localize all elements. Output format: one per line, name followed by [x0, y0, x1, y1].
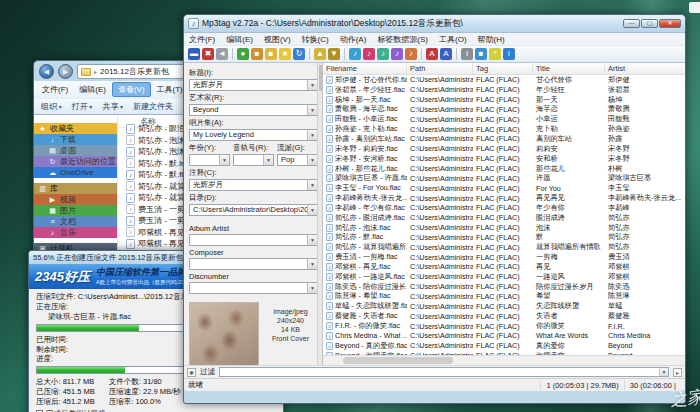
chevron-down-icon[interactable]: ▼ — [307, 259, 317, 269]
tag-field-combo[interactable]: 光辉岁月▼ — [189, 179, 318, 191]
toolbar-icon[interactable]: ♪ — [349, 48, 361, 60]
toolbar-icon[interactable]: ■ — [265, 48, 277, 60]
tag-field-combo[interactable]: ▼ — [189, 282, 318, 294]
menu-item[interactable]: 文件(F) — [184, 33, 220, 46]
command-bar-button[interactable]: 打开 — [72, 101, 93, 112]
chevron-down-icon[interactable]: ▼ — [659, 368, 668, 376]
tag-field-combo[interactable]: 光辉岁月▼ — [189, 79, 318, 91]
maximize-button[interactable]: ▢ — [641, 19, 658, 28]
scrollbar-thumb[interactable] — [343, 357, 453, 364]
menu-item[interactable]: 动作(A) — [335, 33, 372, 46]
table-row[interactable]: ♪简弘亦 - 眼泪成诗.flac C:\Users\Administrat...… — [323, 213, 685, 223]
toolbar-icon[interactable] — [309, 48, 310, 60]
sidebar-item[interactable]: ★ 收藏夹 — [34, 123, 117, 134]
toolbar-icon[interactable]: A — [426, 48, 438, 60]
toolbar-icon[interactable]: ↻ — [293, 48, 305, 60]
sidebar-item[interactable]: ♪ 音乐 — [34, 227, 117, 238]
table-row[interactable]: ♪孙燕姿 - 克卜勒.flac C:\Users\Administrat... … — [323, 124, 685, 134]
toolbar-icon[interactable]: * — [489, 48, 501, 60]
toolbar-icon[interactable]: ▬ — [188, 48, 200, 60]
toolbar-icon[interactable]: ♪ — [405, 48, 417, 60]
chevron-down-icon[interactable]: ▼ — [307, 80, 317, 90]
command-bar-button[interactable]: 组织 — [41, 101, 62, 112]
toolbar-icon[interactable] — [456, 48, 457, 60]
mp3tag-window[interactable]: ♪ Mp3tag v2.72a - C:\Users\Administrator… — [183, 14, 686, 404]
chevron-down-icon[interactable]: ▼ — [307, 180, 317, 190]
menu-item[interactable]: 视图(V) — [259, 33, 296, 46]
toolbar-icon[interactable]: i — [503, 48, 515, 60]
toolbar-icon[interactable]: ▲ — [314, 48, 326, 60]
column-header-title[interactable]: Title — [533, 63, 605, 74]
column-header-filename[interactable]: Filename — [323, 63, 407, 74]
chevron-down-icon[interactable]: ▼ — [307, 130, 317, 140]
menu-item[interactable]: 转换(C) — [297, 33, 334, 46]
toolbar-icon[interactable] — [344, 48, 345, 60]
table-row[interactable]: ♪郑伊健 - 甘心替代你.flac C:\Users\Administrat..… — [323, 75, 685, 85]
toolbar-icon[interactable]: ★ — [279, 48, 291, 60]
chevron-down-icon[interactable]: ▼ — [307, 283, 317, 293]
menu-item[interactable]: 文件(F) — [37, 83, 73, 96]
table-row[interactable]: ♪李易峰蒋劲夫-张云龙....flac C:\Users\Administrat… — [323, 193, 685, 203]
toolbar-icon[interactable] — [421, 48, 422, 60]
command-bar-button[interactable]: 新建文件夹 — [133, 101, 173, 112]
table-row[interactable]: ♪梁咏琪古巨基 - 许愿.flac C:\Users\Administrat..… — [323, 173, 685, 183]
sidebar-item[interactable]: ▥ 库 — [34, 183, 117, 194]
menu-item[interactable]: 编辑(E) — [74, 83, 111, 96]
sidebar-item[interactable]: ↓ 下载 — [34, 134, 117, 145]
sidebar-item[interactable]: ▤ 桌面 — [34, 145, 117, 156]
back-button[interactable]: ◀ — [39, 64, 54, 79]
table-row[interactable]: ♪邓紫棋 - 一路逆风.flac C:\Users\Administrat...… — [323, 272, 685, 282]
year-combo[interactable]: ▼ — [189, 154, 230, 166]
menu-item[interactable]: 工具(O) — [434, 33, 472, 46]
menu-item[interactable]: 标签数据源(S) — [372, 33, 433, 46]
table-row[interactable]: ♪李玉玺 - For You.flac C:\Users\Administrat… — [323, 183, 685, 193]
chevron-down-icon[interactable]: ▼ — [307, 235, 317, 245]
tag-field-combo[interactable]: ▼ — [189, 258, 318, 270]
sidebar-item[interactable]: ▦ 图片 — [34, 205, 117, 216]
table-row[interactable]: ♪草蜢 - 失恋阵线联盟.flac C:\Users\Administrat..… — [323, 301, 685, 311]
table-row[interactable]: ♪蔡健雅 - 失语者.flac C:\Users\Administrat... … — [323, 311, 685, 321]
table-row[interactable]: ♪简弘亦 - 泡沫.flac C:\Users\Administrat... F… — [323, 223, 685, 233]
table-row[interactable]: ♪李易峰 - 年少有你.flac C:\Users\Administrat...… — [323, 203, 685, 213]
table-row[interactable]: ♪张碧晨 - 年少轻狂.flac C:\Users\Administrat...… — [323, 85, 685, 95]
table-row[interactable]: ♪宋冬野 - 莉莉安.flac C:\Users\Administrat... … — [323, 144, 685, 154]
chevron-down-icon[interactable]: ▼ — [263, 155, 273, 165]
toolbar-icon[interactable]: ■ — [251, 48, 263, 60]
panel-scrollbar[interactable] — [317, 63, 322, 365]
close-button[interactable]: ✕ — [659, 19, 681, 28]
toolbar-icon[interactable]: ♪ — [391, 48, 403, 60]
table-row[interactable]: ♪陈奕迅 - 陪你度过漫长... C:\Users\Administrat...… — [323, 282, 685, 292]
minimize-button[interactable]: — — [623, 19, 640, 28]
album-cover-photo[interactable] — [189, 302, 259, 365]
toolbar-icon[interactable]: A — [440, 48, 452, 60]
genre-combo[interactable]: Pop▼ — [277, 154, 318, 166]
table-row[interactable]: ♪F.I.R. - 你的微笑.flac C:\Users\Administrat… — [323, 321, 685, 331]
table-row[interactable]: ♪Beyond - 真的爱你.flac C:\Users\Administrat… — [323, 341, 685, 351]
menu-item[interactable]: 查看(V) — [112, 82, 151, 97]
table-row[interactable]: ♪朴树 - 那些花儿.flac C:\Users\Administrat... … — [323, 164, 685, 174]
sidebar-item[interactable]: ≡ 文档 — [34, 216, 117, 227]
toolbar-icon[interactable]: I — [461, 48, 473, 60]
filter-toggle-icon[interactable]: ✱ — [187, 368, 196, 377]
tag-field-combo[interactable]: My Lovely Legend▼ — [189, 129, 318, 141]
toolbar-icon[interactable]: ✖ — [202, 48, 214, 60]
menu-item[interactable]: 帮助(H) — [473, 33, 510, 46]
sidebar-item[interactable]: ▶ 视频 — [34, 194, 117, 205]
column-header-path[interactable]: Path — [407, 63, 473, 74]
chevron-down-icon[interactable]: ▼ — [307, 205, 317, 215]
table-row[interactable]: ♪Chris Medina - What ....flac C:\Users\A… — [323, 331, 685, 341]
tag-field-combo[interactable]: Beyond▼ — [189, 104, 318, 116]
filter-apply-button[interactable]: ▸ — [673, 368, 682, 377]
toolbar-icon[interactable]: ♪ — [377, 48, 389, 60]
column-header-artist[interactable]: Artist — [605, 63, 685, 74]
tag-field-combo[interactable]: C:\Users\Administrator\Desktop\2015.12音乐… — [189, 204, 318, 216]
menu-item[interactable]: 编辑(E) — [221, 33, 258, 46]
chevron-down-icon[interactable]: ▼ — [307, 105, 317, 115]
filter-input[interactable]: ▼ — [219, 367, 669, 377]
table-row[interactable]: ♪宋冬野 - 安河桥.flac C:\Users\Administrat... … — [323, 154, 685, 164]
table-row[interactable]: ♪费玉清 - 一剪梅.flac C:\Users\Administrat... … — [323, 252, 685, 262]
sidebar-item[interactable]: ↻ 最近访问的位置 — [34, 156, 117, 167]
horizontal-scrollbar[interactable] — [323, 355, 685, 365]
track-combo[interactable]: ▼ — [233, 154, 274, 166]
toolbar-icon[interactable]: ■ — [475, 48, 487, 60]
